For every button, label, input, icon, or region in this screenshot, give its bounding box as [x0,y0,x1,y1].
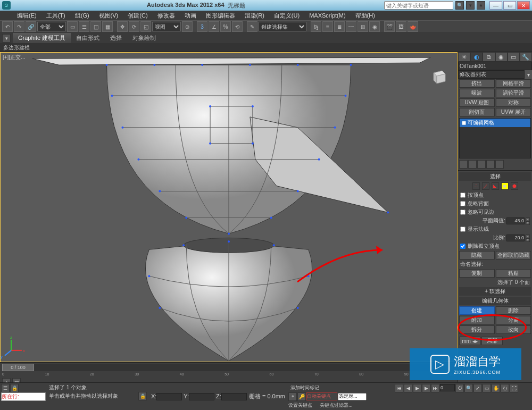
lock-selection-icon[interactable]: 🔒 [138,392,147,400]
ribbon-toggle-icon[interactable]: ▾ [2,34,11,43]
menu-edit[interactable]: 编辑(E) [13,11,41,20]
angle-snap-icon[interactable]: ∠ [209,21,219,32]
set-key-button[interactable]: 设置关键点 [288,402,319,409]
turn-button[interactable]: 改向 [496,325,531,334]
menu-custom[interactable]: 自定义(U) [270,11,304,20]
stack-remove-icon[interactable] [486,160,495,169]
menu-render[interactable]: 渲染(R) [240,11,269,20]
viewport[interactable]: [+][正交... [0,52,458,362]
select-name-icon[interactable]: ☰ [79,21,89,32]
panel-tab-create[interactable]: ✳ [458,52,470,62]
mirror-icon[interactable]: ⧎ [311,21,321,32]
key-filter-button[interactable]: 关键点过滤器... [320,402,362,409]
copy-sel-button[interactable]: 复制 [459,269,495,278]
detach-button[interactable]: 分离 [496,316,531,324]
menu-group[interactable]: 组(G) [71,11,94,20]
goto-end-icon[interactable]: ⏭ [431,384,439,392]
link-icon[interactable]: 🔗 [26,21,36,32]
menu-anim[interactable]: 动画 [180,11,201,20]
plane-thresh-spinner[interactable]: ▴▾ [526,217,530,224]
pan-icon[interactable]: ✋ [492,384,500,392]
panel-tab-display[interactable]: ▭ [508,52,520,62]
mod-turbo[interactable]: 涡轮平滑 [496,89,531,97]
render-frame-icon[interactable]: 🖼 [396,21,406,32]
viewcube-icon[interactable] [429,68,448,87]
percent-snap-icon[interactable]: % [220,21,231,32]
isolate-icon[interactable]: ⌖ [288,392,297,401]
redo-icon[interactable]: ↷ [14,21,24,32]
fov-icon[interactable]: ▭ [483,384,491,392]
mod-extrude[interactable]: 挤出 [459,79,495,88]
listener-lock-icon[interactable]: 🔒 [10,384,19,392]
delete-iso-check[interactable] [460,244,466,249]
stack-config-icon[interactable] [495,160,504,169]
mod-meshsmooth[interactable]: 网格平滑 [496,79,531,88]
subobj-poly-icon[interactable]: ■ [501,182,509,190]
mod-uvwmap[interactable]: UVW 贴图 [459,98,495,107]
prev-frame-icon[interactable]: ◀ [404,384,412,392]
ribbon-tab-modeling[interactable]: Graphite 建模工具 [13,33,71,43]
maximize-vp-icon[interactable]: ⛶ [510,384,518,392]
ribbon-tab-select[interactable]: 选择 [105,33,127,43]
rollout-editgeo[interactable]: 编辑几何体 [459,297,531,305]
show-normals-check[interactable] [460,227,466,232]
z-input[interactable] [221,393,247,400]
selection-filter[interactable]: 全部 [37,22,66,31]
play-icon[interactable]: ▶ [413,384,421,392]
help-dropdown-icon[interactable]: ▾ [466,1,475,10]
curve-editor-icon[interactable]: 〰 [346,21,356,32]
zoom-all-icon[interactable]: ⤢ [473,384,482,392]
stack-item-editmesh[interactable]: ◼ 可编辑网格 [460,119,530,127]
material-icon[interactable]: ◉ [369,21,380,32]
search-go-icon[interactable]: 🔍 [455,1,464,10]
mod-noise[interactable]: 噪波 [459,89,495,97]
attach-button[interactable]: 附加 [459,316,495,324]
subobj-face-icon[interactable]: ◣ [492,182,499,190]
mod-unwrap[interactable]: UVW 展开 [496,108,531,116]
orbit-icon[interactable]: ⭮ [501,384,509,392]
favorite-icon[interactable]: ★ [477,1,485,10]
normal-scale-input[interactable] [506,235,525,241]
named-selection-set[interactable]: 创建选择集 [259,22,306,31]
window-crossing-icon[interactable]: ▦ [102,21,113,32]
stack-show-icon[interactable] [468,160,477,169]
rotate-icon[interactable]: ⟳ [129,21,139,32]
close-button[interactable]: ✕ [517,1,530,10]
panel-tab-motion[interactable]: ◉ [495,52,508,62]
time-thumb[interactable]: 0 / 100 [2,364,34,371]
subobj-edge-icon[interactable]: ／ [482,182,489,190]
panel-tab-util[interactable]: 🔧 [520,52,532,62]
min-button[interactable]: — [489,1,502,10]
time-config-icon[interactable]: ⏱ [455,384,464,392]
render-setup-icon[interactable]: 🎬 [384,21,395,32]
subobj-element-icon[interactable]: ⬢ [511,182,518,190]
maxscript-listener-input[interactable] [1,392,46,401]
paste-sel-button[interactable]: 粘贴 [496,269,531,278]
menu-modifier[interactable]: 修改器 [153,11,179,20]
modifier-stack[interactable]: ◼ 可编辑网格 [459,118,531,158]
align-icon[interactable]: ≡ [322,21,333,32]
subobj-vertex-icon[interactable]: ∴ [472,182,480,190]
ribbon-tab-freeform[interactable]: 自由形式 [71,33,105,43]
undo-icon[interactable]: ↶ [2,21,13,32]
menu-maxscript[interactable]: MAXScript(M) [305,12,350,19]
max-button[interactable]: ▭ [503,1,516,10]
mod-symmetry[interactable]: 对称 [496,98,531,107]
key-selset-input[interactable] [338,393,367,400]
render-icon[interactable]: 🫖 [408,21,418,32]
app-logo-icon[interactable]: 3 [2,1,11,10]
panel-tab-hierarchy[interactable]: ⧉ [483,52,495,62]
modifier-list[interactable] [458,70,525,79]
select-icon[interactable]: ▭ [67,21,78,32]
scale-icon[interactable]: ◱ [140,21,151,32]
key-icon[interactable]: 🔑 [297,392,306,401]
snap-icon[interactable]: 3 [197,21,207,32]
next-frame-icon[interactable]: ▶ [422,384,430,392]
plane-thresh-input[interactable] [506,217,525,224]
menu-tools[interactable]: 工具(T) [42,11,70,20]
menu-view[interactable]: 视图(V) [95,11,123,20]
panel-tab-modify[interactable]: ◐ [470,52,483,62]
time-slider[interactable]: 0 / 100 0102030405060708090100 ⌖ ▤ [0,362,458,382]
modifier-dropdown-icon[interactable]: ▾ [525,70,532,79]
create-button[interactable]: 创建 [459,306,495,315]
